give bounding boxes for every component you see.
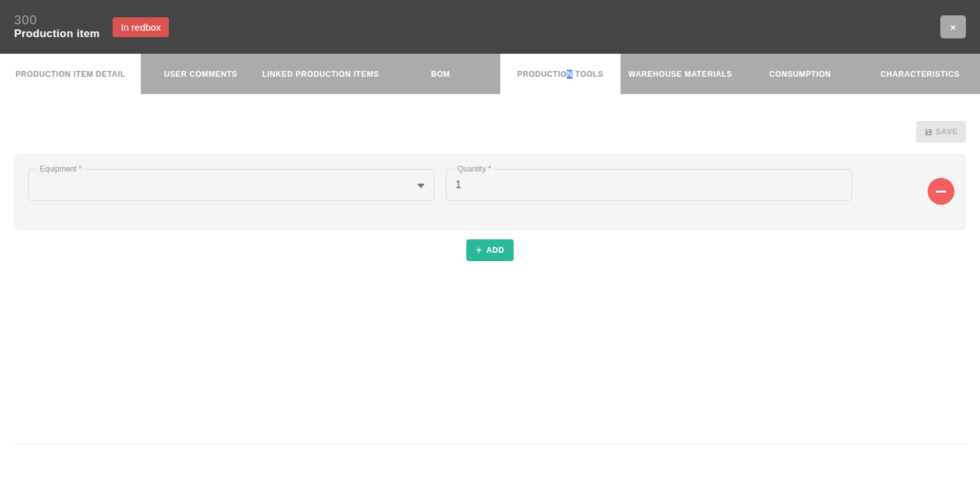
tab-label: USER COMMENTS — [164, 70, 237, 79]
tab-production-tools[interactable]: PRODUCTION TOOLS — [500, 54, 620, 94]
tab-bar: PRODUCTION ITEM DETAIL USER COMMENTS LIN… — [0, 54, 980, 94]
close-button[interactable]: × — [940, 15, 966, 38]
tab-bom[interactable]: BOM — [381, 54, 500, 94]
tab-label: PRODUCTION TOOLS — [518, 70, 604, 79]
tab-warehouse-materials[interactable]: WAREHOUSE MATERIALS — [620, 54, 740, 94]
tab-label: BOM — [431, 70, 450, 79]
save-label: SAVE — [936, 127, 958, 136]
production-tool-row: Equipment * Quantity * — [14, 154, 966, 230]
quantity-label: Quantity * — [454, 164, 494, 173]
tab-characteristics[interactable]: CHARACTERISTICS — [860, 54, 980, 94]
tab-consumption[interactable]: CONSUMPTION — [740, 54, 860, 94]
dialog-header: 300 Production item In redbox × — [0, 0, 980, 54]
page-title: Production item — [14, 27, 100, 41]
tab-production-item-detail[interactable]: PRODUCTION ITEM DETAIL — [0, 54, 141, 94]
quantity-input[interactable] — [447, 170, 851, 200]
status-badge: In redbox — [113, 17, 170, 37]
equipment-select[interactable]: Equipment * — [28, 169, 434, 201]
add-row: + ADD — [14, 239, 966, 261]
text-selection: N — [567, 70, 573, 79]
add-button[interactable]: + ADD — [466, 239, 514, 261]
tab-linked-production-items[interactable]: LINKED PRODUCTION ITEMS — [260, 54, 380, 94]
tab-label: LINKED PRODUCTION ITEMS — [262, 70, 379, 79]
add-label: ADD — [486, 246, 504, 255]
title-block: 300 Production item — [14, 13, 100, 41]
item-code: 300 — [14, 13, 100, 27]
close-icon: × — [951, 22, 956, 33]
plus-icon: + — [475, 244, 482, 255]
remove-row-button[interactable] — [928, 178, 954, 205]
quantity-field: Quantity * — [446, 169, 852, 201]
tab-label: WAREHOUSE MATERIALS — [628, 70, 732, 79]
tab-label: PRODUCTION ITEM DETAIL — [15, 70, 125, 79]
tab-user-comments[interactable]: USER COMMENTS — [141, 54, 260, 94]
save-icon — [924, 128, 933, 136]
tab-label: CHARACTERISTICS — [880, 70, 960, 79]
equipment-label: Equipment * — [36, 164, 84, 173]
divider — [14, 443, 967, 445]
dropdown-arrow-icon — [417, 184, 425, 188]
save-button[interactable]: SAVE — [916, 121, 966, 143]
tab-label: CONSUMPTION — [770, 70, 832, 79]
minus-icon — [936, 191, 946, 193]
toolbar: SAVE — [14, 94, 966, 143]
tab-content: SAVE Equipment * Quantity * + ADD — [0, 94, 980, 261]
